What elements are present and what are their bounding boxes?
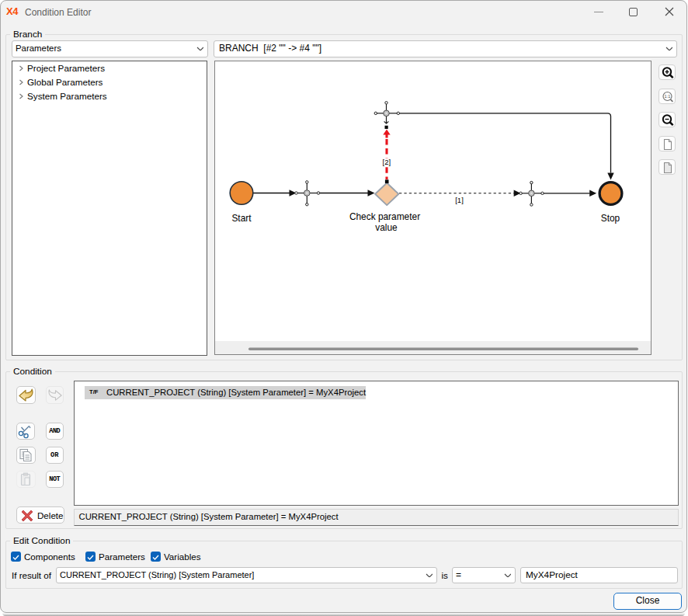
svg-text:Start: Start [231,213,252,224]
svg-text:Check parameter: Check parameter [349,211,420,222]
svg-text:[2]: [2] [383,158,391,166]
svg-text:[1]: [1] [455,196,464,204]
svg-text:1:1: 1:1 [665,94,671,99]
svg-text:Stop: Stop [601,213,620,224]
svg-text:value: value [375,222,398,233]
